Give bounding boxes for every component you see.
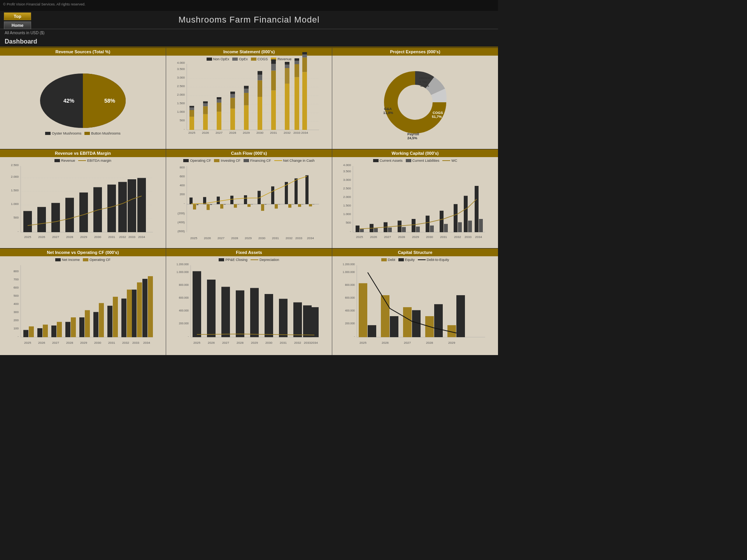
revenue-ebitda-panel: Revenue vs EBITDA Margin Revenue EBITDA … bbox=[0, 149, 166, 248]
svg-rect-183 bbox=[360, 229, 364, 233]
svg-rect-229 bbox=[99, 303, 104, 337]
top-button[interactable]: Top bbox=[4, 12, 31, 20]
svg-rect-147 bbox=[265, 204, 267, 205]
svg-text:2031: 2031 bbox=[280, 341, 287, 345]
svg-text:11,8%: 11,8% bbox=[383, 111, 393, 115]
svg-text:2029: 2029 bbox=[448, 341, 455, 345]
svg-rect-191 bbox=[468, 220, 472, 232]
svg-rect-53 bbox=[271, 60, 276, 64]
svg-text:(400): (400) bbox=[177, 220, 185, 224]
svg-rect-220 bbox=[107, 306, 112, 337]
svg-text:Payroll: Payroll bbox=[407, 132, 419, 136]
copyright-text: © Profit Vision Financial Services. All … bbox=[3, 2, 86, 6]
svg-text:2.000: 2.000 bbox=[343, 195, 351, 199]
svg-text:600: 600 bbox=[180, 175, 185, 178]
svg-rect-179 bbox=[440, 211, 444, 232]
svg-rect-218 bbox=[79, 317, 84, 337]
svg-text:2030: 2030 bbox=[94, 341, 101, 345]
svg-text:200.000: 200.000 bbox=[179, 322, 189, 325]
svg-text:2026: 2026 bbox=[208, 341, 215, 345]
svg-rect-57 bbox=[285, 65, 289, 68]
svg-rect-55 bbox=[285, 84, 289, 130]
svg-rect-181 bbox=[464, 196, 468, 233]
svg-text:2029: 2029 bbox=[243, 131, 250, 135]
svg-rect-95 bbox=[65, 198, 74, 232]
fixed-assets-title: Fixed Assets bbox=[166, 248, 332, 256]
svg-rect-225 bbox=[43, 325, 48, 337]
svg-rect-98 bbox=[107, 185, 116, 232]
revenue-pie-chart: 42% 58% bbox=[32, 68, 133, 130]
svg-text:100: 100 bbox=[14, 327, 19, 330]
svg-text:G&A: G&A bbox=[384, 107, 392, 111]
svg-rect-45 bbox=[258, 97, 262, 130]
svg-rect-128 bbox=[271, 186, 274, 204]
svg-text:1.000: 1.000 bbox=[11, 202, 19, 206]
svg-rect-222 bbox=[132, 290, 137, 337]
svg-text:2025: 2025 bbox=[356, 235, 363, 239]
svg-text:2026: 2026 bbox=[38, 341, 45, 345]
svg-text:COGS: COGS bbox=[433, 111, 443, 115]
svg-text:2027: 2027 bbox=[217, 236, 224, 240]
svg-rect-94 bbox=[51, 203, 60, 232]
svg-text:500: 500 bbox=[346, 221, 351, 224]
svg-text:-: - bbox=[18, 229, 19, 233]
project-expenses-chart: COGS 51,7% Payroll 24,5% G&A 11,8% Inter… bbox=[361, 60, 470, 145]
revenue-sources-title: Revenue Sources (Total %) bbox=[0, 48, 166, 56]
svg-rect-291 bbox=[456, 295, 465, 337]
svg-rect-254 bbox=[207, 280, 216, 337]
svg-text:2.500: 2.500 bbox=[177, 84, 185, 88]
svg-rect-130 bbox=[295, 178, 298, 204]
svg-rect-140 bbox=[298, 204, 301, 207]
svg-rect-132 bbox=[193, 204, 196, 210]
svg-text:-: - bbox=[18, 334, 19, 338]
svg-rect-137 bbox=[261, 204, 264, 211]
svg-text:800: 800 bbox=[180, 166, 185, 169]
svg-rect-255 bbox=[221, 287, 230, 338]
header-section: Top Home Mushrooms Farm Financial Model bbox=[0, 11, 498, 29]
svg-text:2028: 2028 bbox=[66, 235, 73, 239]
svg-rect-35 bbox=[230, 108, 235, 130]
svg-rect-217 bbox=[65, 322, 70, 337]
cash-flow-chart: (600) (400) (200) - 200 400 600 800 bbox=[169, 164, 321, 246]
svg-rect-259 bbox=[279, 299, 288, 337]
svg-text:2033: 2033 bbox=[295, 236, 302, 240]
page-title: Mushrooms Farm Financial Model bbox=[179, 15, 320, 25]
svg-rect-99 bbox=[118, 182, 127, 232]
svg-rect-190 bbox=[458, 222, 462, 233]
svg-rect-221 bbox=[121, 299, 126, 337]
svg-text:-: - bbox=[184, 201, 185, 205]
svg-rect-131 bbox=[305, 175, 309, 204]
svg-rect-214 bbox=[23, 330, 28, 338]
svg-text:2032: 2032 bbox=[284, 131, 291, 135]
svg-rect-42 bbox=[244, 89, 249, 93]
svg-rect-38 bbox=[230, 92, 235, 94]
net-income-cf-title: Net Income vs Operating CF (000's) bbox=[0, 248, 166, 256]
svg-rect-176 bbox=[398, 220, 402, 232]
svg-text:12,0%: 12,0% bbox=[420, 84, 429, 88]
svg-rect-288 bbox=[390, 316, 398, 337]
svg-rect-216 bbox=[51, 326, 56, 337]
svg-rect-150 bbox=[302, 204, 303, 205]
svg-rect-287 bbox=[368, 325, 376, 337]
home-button[interactable]: Home bbox=[4, 21, 31, 29]
svg-text:2028: 2028 bbox=[229, 131, 236, 135]
svg-rect-192 bbox=[479, 219, 483, 232]
svg-text:2030: 2030 bbox=[265, 341, 272, 345]
svg-text:-: - bbox=[350, 229, 351, 233]
svg-text:2029: 2029 bbox=[80, 235, 87, 239]
svg-text:2033: 2033 bbox=[465, 235, 472, 239]
svg-rect-180 bbox=[454, 204, 458, 232]
working-capital-title: Working Capital (000's) bbox=[332, 149, 498, 157]
svg-text:1.200.000: 1.200.000 bbox=[343, 263, 355, 266]
svg-rect-188 bbox=[430, 226, 434, 232]
svg-text:42%: 42% bbox=[63, 98, 75, 104]
svg-text:-: - bbox=[354, 335, 355, 338]
svg-text:2031: 2031 bbox=[108, 235, 115, 239]
svg-rect-97 bbox=[93, 187, 102, 232]
cash-flow-title: Cash Flow (000's) bbox=[166, 149, 332, 157]
svg-rect-27 bbox=[203, 103, 208, 107]
svg-text:2025: 2025 bbox=[188, 131, 195, 135]
svg-rect-31 bbox=[217, 103, 221, 112]
dashboard-label: Dashboard bbox=[0, 37, 498, 47]
svg-text:Interest: Interest bbox=[419, 76, 430, 80]
